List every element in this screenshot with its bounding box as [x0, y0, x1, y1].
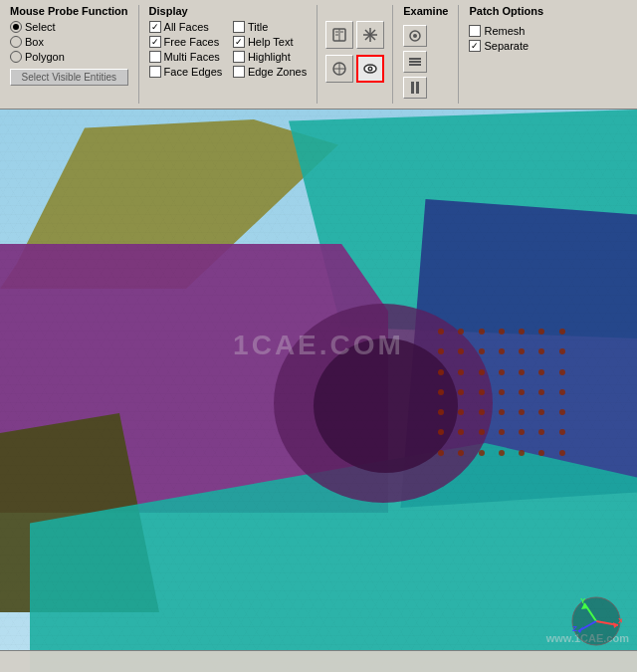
cb-highlight[interactable]: Highlight [233, 51, 307, 63]
patch-options-section: Patch Options Remesh Separate [463, 3, 552, 106]
divider-2 [317, 5, 318, 104]
examine-icon-1[interactable] [403, 25, 427, 47]
display-section: Display All Faces Title Free Faces Help … [143, 3, 314, 106]
radio-select[interactable]: Select [10, 21, 128, 33]
examine-section: Examine [397, 3, 454, 106]
svg-text:Y: Y [580, 596, 586, 605]
select-visible-button[interactable]: Select Visible Entities [10, 69, 128, 86]
radio-box[interactable]: Box [10, 36, 128, 48]
cb-edge-zones[interactable]: Edge Zones [233, 66, 307, 78]
cb-face-edges-box [149, 66, 161, 78]
probe-radio-group: Select Box Polygon [10, 21, 128, 63]
svg-point-14 [369, 68, 371, 70]
eye-icon-button[interactable] [356, 55, 384, 83]
cb-free-faces[interactable]: Free Faces [149, 36, 223, 48]
svg-rect-18 [409, 61, 421, 63]
mesh-shape-inner-circle [314, 338, 458, 473]
cb-separate-label: Separate [484, 40, 529, 52]
divider-3 [392, 5, 393, 104]
mouse-probe-title: Mouse Probe Function [10, 5, 128, 17]
snowflake-icon-button[interactable] [356, 21, 384, 49]
probe-icon-button[interactable] [325, 55, 353, 83]
svg-rect-21 [416, 82, 419, 94]
radio-polygon-label: Polygon [25, 51, 65, 63]
divider-4 [458, 5, 459, 104]
cb-remesh[interactable]: Remesh [469, 25, 546, 37]
radio-polygon-circle [10, 51, 22, 63]
cb-all-faces-label: All Faces [164, 21, 209, 33]
radio-box-circle [10, 36, 22, 48]
cb-remesh-label: Remesh [484, 25, 525, 37]
examine-title: Examine [403, 5, 448, 17]
cb-remesh-box [469, 25, 481, 37]
mouse-probe-section: Mouse Probe Function Select Box Polygon … [4, 3, 134, 106]
cb-highlight-label: Highlight [248, 51, 291, 63]
svg-rect-17 [409, 58, 421, 60]
svg-text:X: X [618, 616, 622, 625]
radio-select-circle [10, 21, 22, 33]
book-icon-button[interactable] [325, 21, 353, 49]
3d-viewport[interactable]: 1CAE.COM www.1CAE.com X Y Z [0, 110, 637, 672]
cb-title-label: Title [248, 21, 268, 33]
cb-edge-zones-label: Edge Zones [248, 66, 307, 78]
cb-multi-faces-label: Multi Faces [164, 51, 220, 63]
cb-separate-box [469, 40, 481, 52]
cb-multi-faces[interactable]: Multi Faces [149, 51, 223, 63]
svg-text:Z: Z [572, 624, 577, 633]
cb-title[interactable]: Title [233, 21, 307, 33]
cb-title-box [233, 21, 245, 33]
display-icon-buttons [321, 3, 388, 106]
cb-help-text-box [233, 36, 245, 48]
cb-free-faces-box [149, 36, 161, 48]
svg-point-16 [413, 34, 417, 38]
cb-all-faces-box [149, 21, 161, 33]
status-bar [0, 650, 637, 672]
radio-box-label: Box [25, 36, 44, 48]
cb-face-edges[interactable]: Face Edges [149, 66, 223, 78]
cb-highlight-box [233, 51, 245, 63]
cb-free-faces-label: Free Faces [164, 36, 220, 48]
cb-all-faces[interactable]: All Faces [149, 21, 223, 33]
radio-select-label: Select [25, 21, 56, 33]
examine-icon-3[interactable] [403, 77, 427, 99]
examine-icon-2[interactable] [403, 51, 427, 73]
cb-help-text[interactable]: Help Text [233, 36, 307, 48]
divider-1 [138, 5, 139, 104]
coordinate-axis: X Y Z [570, 595, 622, 647]
toolbar: Mouse Probe Function Select Box Polygon … [0, 0, 637, 110]
cb-multi-faces-box [149, 51, 161, 63]
display-checkboxes: All Faces Title Free Faces Help Text Mul… [149, 21, 308, 78]
patch-options-title: Patch Options [469, 5, 546, 17]
cb-help-text-label: Help Text [248, 36, 294, 48]
radio-polygon[interactable]: Polygon [10, 51, 128, 63]
cb-edge-zones-box [233, 66, 245, 78]
svg-rect-19 [409, 64, 421, 66]
cb-face-edges-label: Face Edges [164, 66, 223, 78]
display-title: Display [149, 5, 308, 17]
status-text [6, 656, 9, 667]
cb-separate[interactable]: Separate [469, 40, 546, 52]
svg-rect-20 [411, 82, 414, 94]
